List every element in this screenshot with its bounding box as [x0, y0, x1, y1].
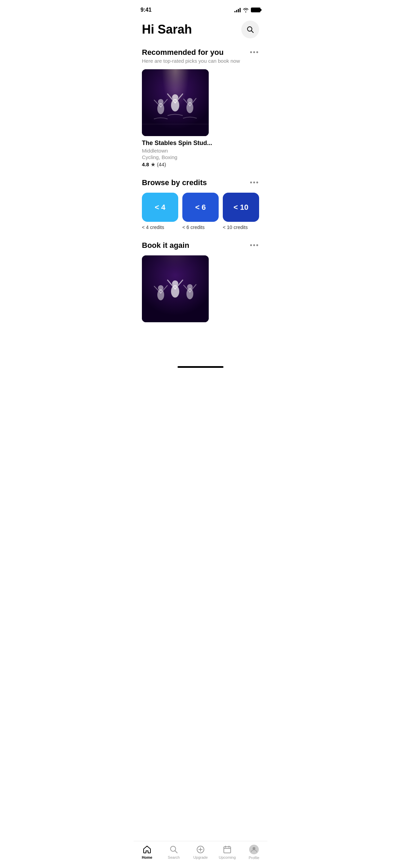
studio-image	[142, 69, 209, 136]
header: Hi Sarah	[142, 21, 259, 38]
credit-card-6-label: < 6	[195, 203, 206, 212]
status-time: 9:41	[141, 7, 151, 13]
book-again-illustration	[142, 255, 209, 322]
status-bar: 9:41	[134, 0, 267, 15]
book-again-more-button[interactable]: •••	[250, 242, 259, 249]
rating-value: 4.8	[142, 161, 149, 167]
credit-card-less-4[interactable]: < 4	[142, 193, 178, 222]
svg-line-1	[252, 31, 254, 33]
svg-point-28	[187, 284, 193, 290]
credit-sublabel-10: < 10 credits	[223, 225, 259, 230]
credit-card-4-label: < 4	[155, 203, 165, 212]
status-icons	[234, 8, 260, 12]
credit-card-less-6[interactable]: < 6	[182, 193, 219, 222]
credit-card-10-label: < 10	[233, 203, 248, 212]
studio-rating: 4.8 ★ (44)	[142, 161, 259, 167]
studio-card[interactable]: The Stables Spin Stud... Middletown Cycl…	[142, 69, 259, 167]
credit-card-less-10[interactable]: < 10	[223, 193, 259, 222]
recommended-subtitle: Here are top-rated picks you can book no…	[142, 58, 240, 64]
main-content: Hi Sarah Recommended for you Here are to…	[134, 15, 267, 363]
credit-sublabel-4: < 4 credits	[142, 225, 178, 230]
svg-point-24	[158, 285, 163, 291]
star-icon: ★	[151, 162, 155, 167]
recommended-title: Recommended for you	[142, 48, 240, 57]
search-header-button[interactable]	[241, 21, 259, 38]
greeting-text: Hi Sarah	[142, 22, 192, 37]
recommended-section-header: Recommended for you Here are top-rated p…	[142, 48, 259, 64]
book-again-section: Book it again •••	[142, 241, 259, 322]
book-again-image[interactable]	[142, 255, 209, 322]
credit-sublabel-6: < 6 credits	[182, 225, 219, 230]
search-icon	[246, 26, 254, 33]
credits-more-button[interactable]: •••	[250, 179, 259, 186]
svg-point-19	[171, 285, 179, 298]
wifi-icon	[243, 8, 249, 12]
credits-labels: < 4 credits < 6 credits < 10 credits	[142, 225, 259, 230]
studio-type: Cycling, Boxing	[142, 154, 259, 160]
recommended-more-button[interactable]: •••	[250, 49, 259, 56]
home-indicator	[178, 366, 223, 368]
credits-title: Browse by credits	[142, 178, 207, 187]
book-again-header: Book it again •••	[142, 241, 259, 250]
studio-name: The Stables Spin Stud...	[142, 140, 259, 147]
battery-icon	[251, 8, 260, 12]
studio-location: Middletown	[142, 148, 259, 154]
browse-by-credits-section: Browse by credits ••• < 4 < 6 < 10 < 4 c…	[142, 178, 259, 230]
signal-icon	[234, 8, 241, 12]
credits-section-header: Browse by credits •••	[142, 178, 259, 187]
book-again-title: Book it again	[142, 241, 189, 250]
credits-cards: < 4 < 6 < 10	[142, 193, 259, 222]
rating-count: (44)	[157, 161, 166, 167]
